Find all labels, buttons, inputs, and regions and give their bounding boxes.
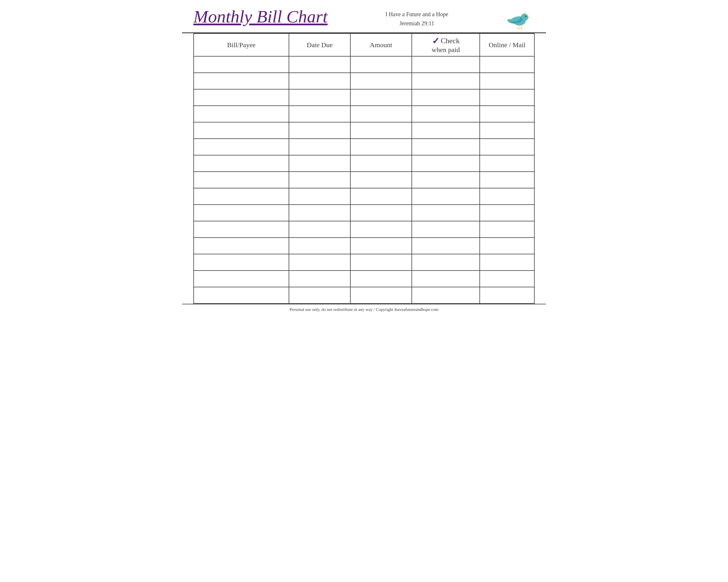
- table-row: [194, 122, 534, 139]
- svg-point-4: [526, 16, 526, 17]
- bird-area: [506, 7, 535, 30]
- check-header-content: ✓ Check when paid: [412, 36, 480, 54]
- table-row: [194, 188, 534, 204]
- svg-line-9: [519, 25, 519, 28]
- table-row: [194, 271, 534, 287]
- table-body: [194, 56, 534, 304]
- table-cell: [194, 287, 289, 304]
- table-cell: [412, 254, 480, 271]
- table-cell: [412, 89, 480, 106]
- table-cell: [480, 155, 534, 172]
- table-cell: [412, 56, 480, 73]
- table-cell: [480, 89, 534, 106]
- col-header-amount: Amount: [350, 33, 412, 56]
- checkmark-icon: ✓: [432, 36, 440, 46]
- table-cell: [350, 139, 412, 155]
- table-row: [194, 172, 534, 188]
- table-cell: [480, 139, 534, 155]
- table-container: Bill/Payee Date Due Amount ✓ Check: [182, 33, 546, 304]
- table-cell: [350, 122, 412, 139]
- table-cell: [194, 73, 289, 89]
- title-block: Monthly Bill Chart: [193, 7, 328, 26]
- table-row: [194, 56, 534, 73]
- table-cell: [480, 254, 534, 271]
- table-cell: [194, 254, 289, 271]
- svg-line-11: [517, 28, 518, 29]
- table-cell: [194, 155, 289, 172]
- table-cell: [480, 172, 534, 188]
- table-cell: [289, 221, 350, 238]
- table-cell: [289, 56, 350, 73]
- table-cell: [289, 238, 350, 254]
- table-row: [194, 106, 534, 122]
- table-cell: [412, 238, 480, 254]
- table-cell: [350, 221, 412, 238]
- table-cell: [412, 155, 480, 172]
- table-cell: [289, 89, 350, 106]
- table-cell: [289, 155, 350, 172]
- subtitle-block: I Have a Future and a Hope Jeremiah 29:1…: [385, 10, 448, 28]
- col-header-date: Date Due: [289, 33, 350, 56]
- table-cell: [412, 287, 480, 304]
- table-cell: [350, 89, 412, 106]
- table-cell: [194, 238, 289, 254]
- table-cell: [350, 204, 412, 221]
- table-cell: [289, 271, 350, 287]
- table-cell: [480, 287, 534, 304]
- table-cell: [289, 172, 350, 188]
- table-header-row: Bill/Payee Date Due Amount ✓ Check: [194, 33, 534, 56]
- table-cell: [480, 106, 534, 122]
- footer-text: Personal use only, do not redistribute i…: [289, 307, 439, 312]
- page: Monthly Bill Chart I Have a Future and a…: [182, 0, 546, 315]
- svg-marker-2: [528, 17, 531, 18]
- table-cell: [412, 106, 480, 122]
- table-cell: [289, 188, 350, 204]
- table-cell: [480, 204, 534, 221]
- table-cell: [412, 139, 480, 155]
- table-cell: [350, 271, 412, 287]
- table-cell: [480, 122, 534, 139]
- col-header-online: Online / Mail: [480, 33, 534, 56]
- table-row: [194, 221, 534, 238]
- table-row: [194, 238, 534, 254]
- table-row: [194, 89, 534, 106]
- table-cell: [350, 287, 412, 304]
- table-cell: [350, 188, 412, 204]
- table-cell: [412, 204, 480, 221]
- table-cell: [350, 56, 412, 73]
- svg-line-12: [519, 28, 520, 29]
- table-cell: [412, 221, 480, 238]
- table-cell: [194, 139, 289, 155]
- table-cell: [194, 106, 289, 122]
- bill-table: Bill/Payee Date Due Amount ✓ Check: [193, 33, 535, 304]
- table-cell: [194, 271, 289, 287]
- table-cell: [194, 122, 289, 139]
- table-cell: [289, 73, 350, 89]
- table-cell: [350, 238, 412, 254]
- svg-line-14: [522, 28, 522, 29]
- table-cell: [194, 172, 289, 188]
- svg-line-13: [520, 28, 522, 29]
- table-cell: [350, 254, 412, 271]
- table-cell: [480, 188, 534, 204]
- table-cell: [194, 221, 289, 238]
- subtitle-line1: I Have a Future and a Hope: [385, 10, 448, 19]
- table-row: [194, 287, 534, 304]
- table-cell: [480, 56, 534, 73]
- page-title: Monthly Bill Chart: [193, 7, 328, 26]
- table-row: [194, 155, 534, 172]
- table-row: [194, 139, 534, 155]
- table-cell: [289, 254, 350, 271]
- footer: Personal use only, do not redistribute i…: [182, 304, 546, 315]
- table-cell: [350, 172, 412, 188]
- table-cell: [194, 204, 289, 221]
- table-cell: [412, 122, 480, 139]
- table-cell: [480, 73, 534, 89]
- table-cell: [194, 56, 289, 73]
- table-cell: [289, 139, 350, 155]
- svg-point-3: [525, 16, 527, 17]
- subtitle-line2: Jeremiah 29:11: [399, 19, 434, 28]
- table-cell: [194, 89, 289, 106]
- check-bottom: when paid: [432, 46, 460, 54]
- table-cell: [289, 122, 350, 139]
